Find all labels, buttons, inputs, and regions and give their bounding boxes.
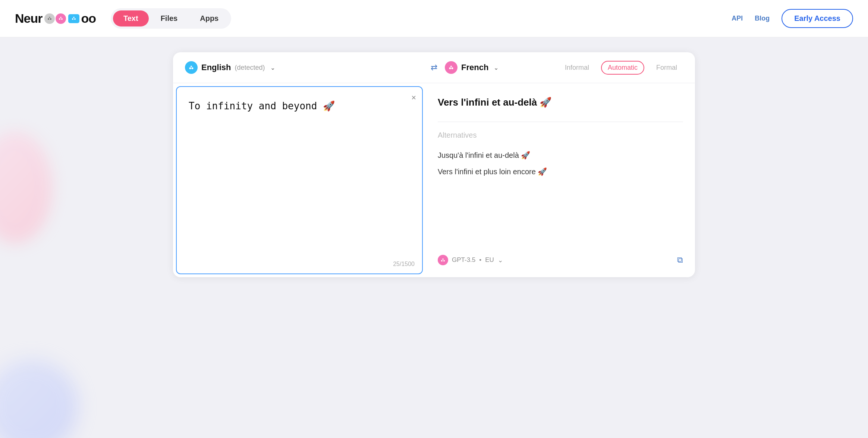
alternative-item[interactable]: Jusqu'à l'infini et au-delà 🚀: [438, 147, 683, 163]
formality-formal-button[interactable]: Formal: [650, 62, 683, 74]
model-separator: •: [479, 256, 481, 264]
alternative-item[interactable]: Vers l'infini et plus loin encore 🚀: [438, 163, 683, 180]
target-robot-icon: [445, 61, 457, 74]
header-links: API Blog Early Access: [732, 9, 853, 28]
formality-automatic-button[interactable]: Automatic: [601, 61, 644, 75]
svg-rect-2: [49, 17, 50, 18]
svg-point-4: [61, 18, 63, 20]
source-textarea[interactable]: [177, 87, 422, 273]
source-panel: × 25/1500: [176, 86, 423, 274]
divider: [438, 122, 683, 122]
source-lang-detected: (detected): [235, 64, 265, 72]
api-link[interactable]: API: [732, 15, 743, 22]
svg-rect-17: [442, 259, 444, 260]
svg-point-0: [48, 18, 49, 20]
svg-point-12: [449, 68, 451, 69]
source-lang-name: English: [201, 63, 231, 72]
svg-point-7: [74, 18, 76, 20]
target-lang-chevron-icon: ⌄: [494, 64, 499, 71]
logo-text-end: oo: [81, 11, 96, 26]
logo-icon-face2: [56, 13, 66, 24]
char-count: 25/1500: [393, 261, 415, 268]
logo-icon-square: [68, 14, 79, 23]
model-name: GPT-3.5: [452, 256, 475, 264]
svg-point-1: [50, 18, 51, 20]
formality-informal-button[interactable]: Informal: [559, 62, 595, 74]
tab-text[interactable]: Text: [113, 10, 149, 26]
source-language-selector[interactable]: English (detected) ⌄: [185, 61, 423, 74]
svg-point-6: [72, 18, 73, 20]
model-robot-icon: [438, 255, 448, 265]
logo: Neur: [15, 11, 96, 26]
panel-footer: GPT-3.5 • EU ⌄ ⧉: [438, 249, 683, 265]
svg-point-16: [443, 260, 445, 262]
translation-main-text: Vers l'infini et au-delà 🚀: [438, 95, 683, 110]
logo-icons: [44, 13, 66, 24]
svg-rect-14: [450, 66, 452, 67]
header: Neur: [0, 0, 868, 37]
model-selector[interactable]: GPT-3.5 • EU ⌄: [438, 255, 503, 265]
blog-link[interactable]: Blog: [755, 15, 770, 22]
model-chevron-icon: ⌄: [498, 256, 503, 264]
svg-rect-5: [60, 17, 62, 18]
tab-apps[interactable]: Apps: [189, 10, 229, 26]
formality-controls: Informal Automatic Formal: [559, 61, 683, 75]
svg-rect-11: [191, 66, 192, 67]
svg-rect-8: [73, 17, 75, 18]
clear-button[interactable]: ×: [411, 93, 416, 103]
tab-files[interactable]: Files: [150, 10, 188, 26]
svg-point-3: [59, 18, 60, 20]
logo-icon-face1: [44, 13, 55, 24]
language-bar: English (detected) ⌄ ⇄ French ⌄: [173, 52, 695, 83]
translator-card: English (detected) ⌄ ⇄ French ⌄: [173, 52, 695, 277]
swap-languages-button[interactable]: ⇄: [423, 60, 445, 75]
copy-button[interactable]: ⧉: [677, 255, 683, 265]
svg-point-9: [189, 68, 191, 69]
svg-point-10: [192, 68, 194, 69]
alternatives-label: Alternatives: [438, 131, 683, 140]
nav-tabs: Text Files Apps: [111, 8, 231, 29]
model-region: EU: [485, 256, 494, 264]
translation-panels: × 25/1500 Vers l'infini et au-delà 🚀 Alt…: [173, 83, 695, 277]
target-lang-name: French: [461, 63, 488, 72]
svg-point-13: [452, 68, 453, 69]
logo-text-start: Neur: [15, 11, 42, 26]
target-language-area: French ⌄ Informal Automatic Formal: [445, 61, 683, 75]
svg-point-15: [441, 260, 443, 262]
main: English (detected) ⌄ ⇄ French ⌄: [0, 37, 868, 292]
source-robot-icon: [185, 61, 198, 74]
early-access-button[interactable]: Early Access: [781, 9, 853, 28]
source-lang-chevron-icon: ⌄: [270, 64, 275, 71]
target-panel: Vers l'infini et au-delà 🚀 Alternatives …: [426, 83, 695, 277]
target-language-selector[interactable]: French ⌄: [445, 61, 555, 74]
